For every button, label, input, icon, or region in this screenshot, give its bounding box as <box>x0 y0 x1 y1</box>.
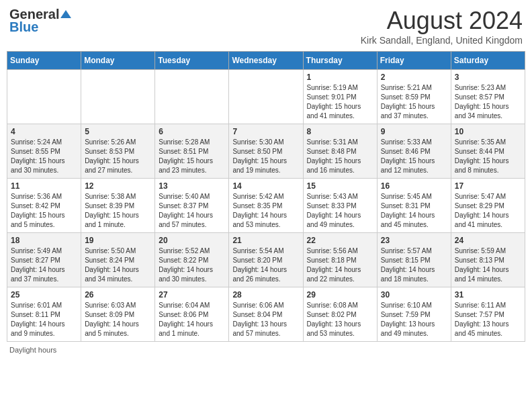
calendar-cell: 11Sunrise: 5:36 AM Sunset: 8:42 PM Dayli… <box>7 179 81 233</box>
calendar-cell: 8Sunrise: 5:31 AM Sunset: 8:48 PM Daylig… <box>303 124 377 179</box>
day-number: 11 <box>11 181 77 191</box>
day-number: 16 <box>381 181 447 191</box>
day-number: 28 <box>232 290 299 300</box>
calendar-cell: 25Sunrise: 6:01 AM Sunset: 8:11 PM Dayli… <box>7 287 81 342</box>
day-number: 13 <box>159 181 225 191</box>
calendar-cell: 26Sunrise: 6:03 AM Sunset: 8:09 PM Dayli… <box>81 287 155 342</box>
week-row-2: 11Sunrise: 5:36 AM Sunset: 8:42 PM Dayli… <box>7 179 525 233</box>
calendar-cell: 27Sunrise: 6:04 AM Sunset: 8:06 PM Dayli… <box>155 287 229 342</box>
calendar-cell <box>229 70 303 124</box>
day-number: 4 <box>11 127 77 136</box>
calendar-cell: 4Sunrise: 5:24 AM Sunset: 8:55 PM Daylig… <box>7 124 81 179</box>
day-info: Sunrise: 5:23 AM Sunset: 8:57 PM Dayligh… <box>455 83 521 121</box>
logo-blue: Blue <box>9 19 38 35</box>
day-info: Sunrise: 6:04 AM Sunset: 8:06 PM Dayligh… <box>159 301 225 338</box>
day-info: Sunrise: 5:45 AM Sunset: 8:31 PM Dayligh… <box>381 192 447 230</box>
calendar-cell: 7Sunrise: 5:30 AM Sunset: 8:50 PM Daylig… <box>229 124 303 179</box>
day-info: Sunrise: 5:52 AM Sunset: 8:22 PM Dayligh… <box>159 246 225 284</box>
day-number: 12 <box>85 181 151 191</box>
calendar-cell: 28Sunrise: 6:06 AM Sunset: 8:04 PM Dayli… <box>229 287 303 342</box>
calendar-cell: 3Sunrise: 5:23 AM Sunset: 8:57 PM Daylig… <box>451 70 525 124</box>
calendar-cell: 24Sunrise: 5:59 AM Sunset: 8:13 PM Dayli… <box>451 233 525 287</box>
week-row-1: 4Sunrise: 5:24 AM Sunset: 8:55 PM Daylig… <box>7 124 525 179</box>
day-number: 9 <box>381 127 447 136</box>
calendar-cell: 14Sunrise: 5:42 AM Sunset: 8:35 PM Dayli… <box>229 179 303 233</box>
day-info: Sunrise: 6:01 AM Sunset: 8:11 PM Dayligh… <box>11 301 77 338</box>
day-info: Sunrise: 5:47 AM Sunset: 8:29 PM Dayligh… <box>455 192 521 230</box>
day-number: 21 <box>232 236 299 245</box>
day-info: Sunrise: 5:21 AM Sunset: 8:59 PM Dayligh… <box>381 83 447 121</box>
footer-note: Daylight hours <box>7 346 525 354</box>
calendar-cell: 1Sunrise: 5:19 AM Sunset: 9:01 PM Daylig… <box>303 70 377 124</box>
day-info: Sunrise: 5:30 AM Sunset: 8:50 PM Dayligh… <box>232 138 299 175</box>
day-info: Sunrise: 5:26 AM Sunset: 8:53 PM Dayligh… <box>85 138 151 175</box>
day-info: Sunrise: 5:59 AM Sunset: 8:13 PM Dayligh… <box>455 246 521 284</box>
calendar-cell: 12Sunrise: 5:38 AM Sunset: 8:39 PM Dayli… <box>81 179 155 233</box>
week-row-4: 25Sunrise: 6:01 AM Sunset: 8:11 PM Dayli… <box>7 287 525 342</box>
day-number: 1 <box>307 73 373 82</box>
day-number: 17 <box>455 181 521 191</box>
calendar-cell: 18Sunrise: 5:49 AM Sunset: 8:27 PM Dayli… <box>7 233 81 287</box>
day-info: Sunrise: 5:49 AM Sunset: 8:27 PM Dayligh… <box>11 246 77 284</box>
day-number: 26 <box>85 290 151 300</box>
day-info: Sunrise: 6:11 AM Sunset: 7:57 PM Dayligh… <box>455 301 521 338</box>
day-info: Sunrise: 5:38 AM Sunset: 8:39 PM Dayligh… <box>85 192 151 230</box>
day-info: Sunrise: 5:24 AM Sunset: 8:55 PM Dayligh… <box>11 138 77 175</box>
calendar-cell <box>81 70 155 124</box>
month-title: August 2024 <box>361 7 523 35</box>
logo: General Blue <box>9 7 71 35</box>
day-number: 7 <box>232 127 299 136</box>
weekday-header-thursday: Thursday <box>303 52 377 70</box>
daylight-hours-label: Daylight hours <box>9 346 56 354</box>
weekday-header-sunday: Sunday <box>7 52 81 70</box>
calendar-cell <box>155 70 229 124</box>
calendar-cell: 17Sunrise: 5:47 AM Sunset: 8:29 PM Dayli… <box>451 179 525 233</box>
day-info: Sunrise: 5:54 AM Sunset: 8:20 PM Dayligh… <box>232 246 299 284</box>
day-info: Sunrise: 5:56 AM Sunset: 8:18 PM Dayligh… <box>307 246 373 284</box>
day-number: 3 <box>455 73 521 82</box>
calendar-cell <box>7 70 81 124</box>
weekday-header-row: SundayMondayTuesdayWednesdayThursdayFrid… <box>7 52 525 70</box>
day-number: 22 <box>307 236 373 245</box>
weekday-header-friday: Friday <box>377 52 451 70</box>
calendar-cell: 16Sunrise: 5:45 AM Sunset: 8:31 PM Dayli… <box>377 179 451 233</box>
day-number: 8 <box>307 127 373 136</box>
logo-triangle-icon <box>60 10 71 18</box>
day-info: Sunrise: 6:10 AM Sunset: 7:59 PM Dayligh… <box>381 301 447 338</box>
calendar-cell: 30Sunrise: 6:10 AM Sunset: 7:59 PM Dayli… <box>377 287 451 342</box>
day-number: 29 <box>307 290 373 300</box>
calendar-cell: 21Sunrise: 5:54 AM Sunset: 8:20 PM Dayli… <box>229 233 303 287</box>
calendar-cell: 15Sunrise: 5:43 AM Sunset: 8:33 PM Dayli… <box>303 179 377 233</box>
calendar-cell: 10Sunrise: 5:35 AM Sunset: 8:44 PM Dayli… <box>451 124 525 179</box>
day-info: Sunrise: 5:31 AM Sunset: 8:48 PM Dayligh… <box>307 138 373 175</box>
day-info: Sunrise: 6:03 AM Sunset: 8:09 PM Dayligh… <box>85 301 151 338</box>
calendar-cell: 20Sunrise: 5:52 AM Sunset: 8:22 PM Dayli… <box>155 233 229 287</box>
day-number: 24 <box>455 236 521 245</box>
day-info: Sunrise: 5:28 AM Sunset: 8:51 PM Dayligh… <box>159 138 225 175</box>
day-number: 14 <box>232 181 299 191</box>
day-number: 25 <box>11 290 77 300</box>
week-row-0: 1Sunrise: 5:19 AM Sunset: 9:01 PM Daylig… <box>7 70 525 124</box>
day-info: Sunrise: 5:42 AM Sunset: 8:35 PM Dayligh… <box>232 192 299 230</box>
week-row-3: 18Sunrise: 5:49 AM Sunset: 8:27 PM Dayli… <box>7 233 525 287</box>
title-area: August 2024 Kirk Sandall, England, Unite… <box>361 7 523 46</box>
calendar-cell: 29Sunrise: 6:08 AM Sunset: 8:02 PM Dayli… <box>303 287 377 342</box>
calendar-body: 1Sunrise: 5:19 AM Sunset: 9:01 PM Daylig… <box>7 70 525 342</box>
weekday-header-monday: Monday <box>81 52 155 70</box>
day-info: Sunrise: 5:19 AM Sunset: 9:01 PM Dayligh… <box>307 83 373 121</box>
day-number: 15 <box>307 181 373 191</box>
day-info: Sunrise: 5:33 AM Sunset: 8:46 PM Dayligh… <box>381 138 447 175</box>
day-number: 10 <box>455 127 521 136</box>
calendar-cell: 19Sunrise: 5:50 AM Sunset: 8:24 PM Dayli… <box>81 233 155 287</box>
day-number: 20 <box>159 236 225 245</box>
weekday-header-wednesday: Wednesday <box>229 52 303 70</box>
day-number: 23 <box>381 236 447 245</box>
calendar-cell: 31Sunrise: 6:11 AM Sunset: 7:57 PM Dayli… <box>451 287 525 342</box>
day-info: Sunrise: 5:43 AM Sunset: 8:33 PM Dayligh… <box>307 192 373 230</box>
day-number: 19 <box>85 236 151 245</box>
day-number: 31 <box>455 290 521 300</box>
day-info: Sunrise: 6:06 AM Sunset: 8:04 PM Dayligh… <box>232 301 299 338</box>
day-number: 27 <box>159 290 225 300</box>
calendar-cell: 5Sunrise: 5:26 AM Sunset: 8:53 PM Daylig… <box>81 124 155 179</box>
day-info: Sunrise: 5:57 AM Sunset: 8:15 PM Dayligh… <box>381 246 447 284</box>
